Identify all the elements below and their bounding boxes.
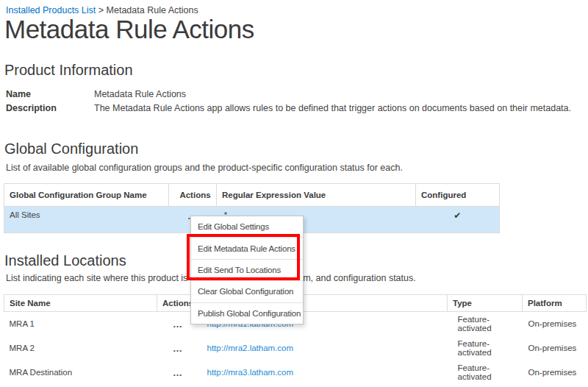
site-name-cell: MRA Destination xyxy=(4,361,157,385)
column-header-type: Type xyxy=(448,295,523,312)
site-url-link[interactable]: http://mra3.latham.com xyxy=(207,368,294,377)
product-description-row: DescriptionThe Metadata Rule Actions app… xyxy=(6,101,571,114)
ellipsis-actions-icon[interactable]: … xyxy=(173,343,183,354)
platform-cell: On-premises xyxy=(523,312,587,336)
type-cell: Feature-activated xyxy=(448,336,523,361)
column-header-configured: Configured xyxy=(416,184,500,207)
global-configuration-description: List of available global configuration g… xyxy=(6,163,403,173)
menu-item-clear-global-configuration[interactable]: Clear Global Configuration xyxy=(191,280,303,302)
installed-locations-description-fragment: rm, and configuration status. xyxy=(300,273,416,283)
breadcrumb-link-installed-products[interactable]: Installed Products List xyxy=(6,5,96,15)
site-url-link[interactable]: http://mra2.latham.com xyxy=(207,344,294,352)
page-title: Metadata Rule Actions xyxy=(4,15,254,44)
column-header-actions: Actions xyxy=(169,184,217,207)
menu-item-edit-global-settings[interactable]: Edit Global Settings xyxy=(191,216,303,237)
column-header-group-name: Global Configuration Group Name xyxy=(4,184,169,207)
installed-locations-description: List indicating each site where this pro… xyxy=(6,273,187,283)
table-row-mra-destination: MRA Destination … http://mra3.latham.com… xyxy=(4,361,587,385)
product-information-heading: Product Information xyxy=(4,62,133,79)
site-name-cell: MRA 1 xyxy=(4,312,157,336)
product-description-value: The Metadata Rule Actions app allows rul… xyxy=(94,103,571,113)
product-name-label: Name xyxy=(6,89,94,99)
product-name-row: NameMetadata Rule Actions xyxy=(6,87,186,100)
breadcrumb-separator: > xyxy=(98,5,104,15)
table-row-mra2: MRA 2 … http://mra2.latham.com Feature-a… xyxy=(4,336,587,361)
global-configuration-header-row: Global Configuration Group Name Actions … xyxy=(4,184,500,207)
actions-context-menu: Edit Global Settings Edit Metadata Rule … xyxy=(190,216,304,324)
menu-item-edit-send-to-locations[interactable]: Edit Send To Locations xyxy=(191,259,303,280)
site-name-cell: MRA 2 xyxy=(4,336,157,361)
ellipsis-actions-icon[interactable]: … xyxy=(173,367,183,378)
product-description-label: Description xyxy=(6,103,94,113)
menu-item-publish-global-configuration[interactable]: Publish Global Configuration xyxy=(191,302,303,324)
column-header-platform: Platform xyxy=(523,295,587,312)
product-name-value: Metadata Rule Actions xyxy=(94,89,186,99)
type-cell: Feature-activated xyxy=(448,312,523,336)
ellipsis-actions-icon[interactable]: … xyxy=(173,319,183,330)
checkmark-icon: ✔ xyxy=(453,210,461,221)
column-header-regex-value: Regular Expression Value xyxy=(217,184,416,207)
installed-locations-heading: Installed Locations xyxy=(4,252,126,269)
platform-cell: On-premises xyxy=(523,336,587,361)
type-cell: Feature-activated xyxy=(448,361,523,385)
group-name-cell: All Sites xyxy=(4,207,169,233)
breadcrumb: Installed Products List > Metadata Rule … xyxy=(6,5,198,15)
breadcrumb-current: Metadata Rule Actions xyxy=(107,5,198,15)
menu-item-edit-metadata-rule-actions[interactable]: Edit Metadata Rule Actions xyxy=(191,237,303,258)
platform-cell: On-premises xyxy=(523,361,587,385)
column-header-site-name: Site Name xyxy=(4,295,157,312)
global-configuration-heading: Global Configuration xyxy=(4,141,138,157)
